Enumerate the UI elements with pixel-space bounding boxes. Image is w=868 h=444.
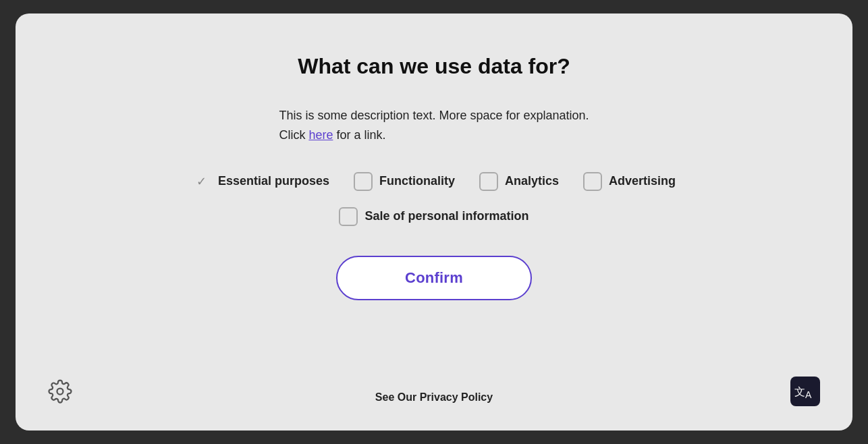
analytics-label: Analytics [505, 174, 559, 188]
checkbox-advertising[interactable]: Advertising [583, 172, 676, 191]
advertising-label: Advertising [609, 174, 676, 188]
functionality-label: Functionality [379, 174, 455, 188]
svg-text:文: 文 [794, 386, 805, 397]
svg-text:A: A [805, 389, 812, 400]
checkbox-essential[interactable]: ✓ Essential purposes [192, 172, 329, 191]
checkbox-sale[interactable]: Sale of personal information [339, 207, 528, 226]
analytics-checkbox-box[interactable] [479, 172, 498, 191]
description-text-part3: for a link. [333, 128, 385, 142]
gear-icon [48, 379, 72, 404]
svg-point-0 [57, 389, 63, 395]
description-text-part1: This is some description text. More spac… [279, 109, 589, 122]
translate-icon: 文 A [790, 377, 820, 406]
sale-checkbox-box[interactable] [339, 207, 358, 226]
checkboxes-row: ✓ Essential purposes Functionality Analy… [192, 172, 676, 191]
translate-icon-wrapper[interactable]: 文 A [790, 377, 820, 409]
description-text: This is some description text. More spac… [279, 106, 589, 145]
checkbox-analytics[interactable]: Analytics [479, 172, 559, 191]
privacy-policy-link[interactable]: See Our Privacy Policy [70, 391, 798, 404]
modal-title: What can we use data for? [298, 54, 570, 79]
footer: See Our Privacy Policy [70, 391, 798, 404]
sale-label: Sale of personal information [364, 209, 528, 223]
gear-icon-wrapper[interactable] [48, 379, 72, 406]
essential-checkmark: ✓ [192, 172, 211, 191]
functionality-checkbox-box[interactable] [354, 172, 373, 191]
description-link[interactable]: here [308, 128, 333, 142]
advertising-checkbox-box[interactable] [583, 172, 602, 191]
confirm-button[interactable]: Confirm [336, 256, 532, 300]
checkbox-functionality[interactable]: Functionality [354, 172, 455, 191]
description-text-part2: Click [279, 128, 308, 142]
consent-modal: What can we use data for? This is some d… [16, 13, 852, 431]
second-checkboxes-row: Sale of personal information [339, 207, 528, 226]
check-icon: ✓ [196, 174, 207, 189]
essential-label: Essential purposes [218, 174, 329, 188]
